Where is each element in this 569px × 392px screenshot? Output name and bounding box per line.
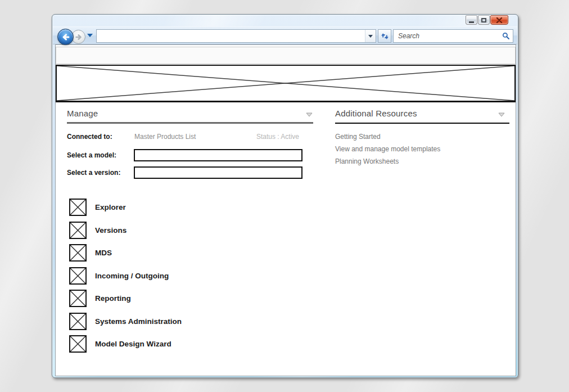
image-placeholder-icon [69,335,87,353]
maximize-button[interactable] [478,15,490,25]
search-box [393,29,513,43]
select-model-label: Select a model: [67,151,116,159]
connected-to-value: Master Products List [134,133,196,141]
nav-item-label: MDS [95,249,112,257]
manage-section-title: Manage [67,109,98,118]
chevron-down-icon [368,35,373,38]
nav-item-reporting[interactable]: Reporting [69,290,131,307]
additional-resources-title: Additional Resources [335,109,417,118]
image-placeholder-icon [69,313,87,330]
nav-item-model-design-wizard[interactable]: Model Design Wizard [69,335,171,353]
search-button[interactable] [499,32,513,40]
image-placeholder-icon [57,66,514,101]
nav-item-label: Incoming / Outgoing [95,272,169,280]
link-view-manage-model-templates[interactable]: View and manage model templates [335,145,440,153]
minimize-icon [469,21,474,23]
maximize-icon [481,18,486,22]
resources-section-divider [335,123,509,124]
manage-chevron-down-icon[interactable] [306,112,313,117]
link-planning-worksheets[interactable]: Planning Worksheets [335,157,399,165]
minimize-button[interactable] [466,15,477,25]
browser-navbar [53,26,517,44]
refresh-button[interactable] [378,29,391,43]
status-badge: Status : Active [256,133,299,141]
search-input[interactable] [394,32,499,40]
nav-item-label: Reporting [95,294,131,303]
image-placeholder-icon [69,244,87,262]
version-select-input[interactable] [134,166,302,179]
manage-section-divider [67,122,313,124]
nav-item-label: Model Design Wizard [95,340,171,348]
refresh-icon [381,32,389,40]
image-placeholder-icon [69,222,87,239]
history-dropdown-caret-icon[interactable] [87,34,93,37]
resources-chevron-down-icon[interactable] [498,112,505,117]
close-button[interactable] [490,15,508,25]
browser-window: Manage Connected to: Master Products Lis… [52,14,518,378]
nav-item-versions[interactable]: Versions [69,222,127,239]
desktop: { "window": { "controls": { "minimize": … [0,0,569,392]
image-placeholder-icon [69,199,87,216]
search-icon [502,32,510,40]
image-placeholder-icon [69,267,87,285]
select-version-label: Select a version: [67,169,120,177]
caption-buttons [466,15,508,25]
address-dropdown-button[interactable] [365,30,376,42]
nav-item-label: Versions [95,226,127,235]
nav-item-systems-administration[interactable]: Systems Administration [69,313,182,330]
nav-item-label: Systems Administration [95,317,182,326]
nav-item-incoming-outgoing[interactable]: Incoming / Outgoing [69,267,169,285]
back-icon [61,33,70,42]
address-bar [96,29,376,43]
back-button[interactable] [57,29,74,45]
toolbar-placeholder [56,47,516,64]
connected-to-label: Connected to: [67,133,112,141]
image-placeholder-icon [69,290,87,307]
nav-item-explorer[interactable]: Explorer [69,199,126,216]
forward-icon [75,33,83,41]
page-content: Manage Connected to: Master Products Lis… [55,44,516,376]
link-getting-started[interactable]: Getting Started [335,133,381,141]
nav-item-mds[interactable]: MDS [69,244,112,262]
nav-item-label: Explorer [95,203,126,211]
address-input[interactable] [97,30,365,42]
close-icon [496,17,503,23]
banner-image-placeholder [56,65,516,102]
model-select-input[interactable] [134,149,302,161]
